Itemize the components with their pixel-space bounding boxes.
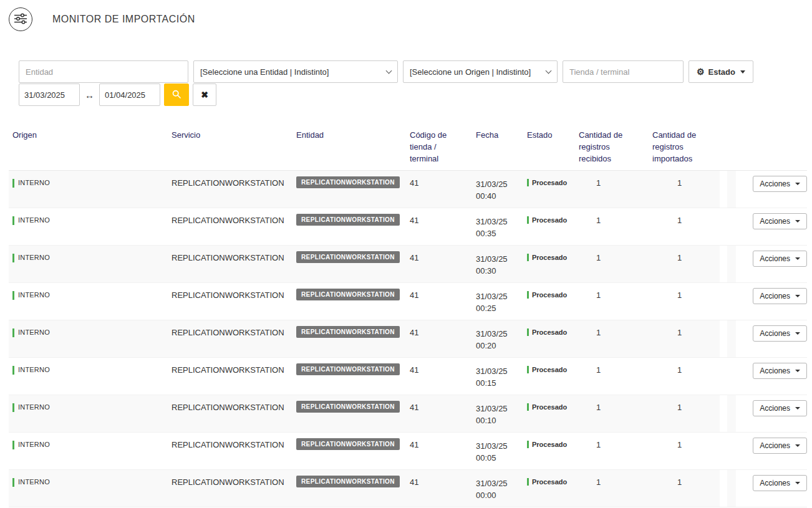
entidad-badge: REPLICATIONWORKSTATION bbox=[296, 476, 400, 487]
origen-value: INTERNO bbox=[18, 441, 50, 448]
acciones-button[interactable]: Acciones bbox=[753, 475, 807, 491]
fecha-date: 31/03/25 bbox=[476, 365, 517, 378]
fecha-time: 00:15 bbox=[476, 377, 517, 390]
acciones-button[interactable]: Acciones bbox=[753, 325, 807, 342]
servicio-value: REPLICATIONWORKSTATION bbox=[168, 470, 292, 507]
acciones-button[interactable]: Acciones bbox=[753, 176, 807, 192]
topbar: MONITOR DE IMPORTACIÓN bbox=[0, 0, 812, 39]
codigo-value: 41 bbox=[406, 358, 472, 395]
servicio-value: REPLICATIONWORKSTATION bbox=[168, 283, 292, 320]
extra-value bbox=[720, 208, 742, 245]
origen-value: INTERNO bbox=[18, 291, 50, 299]
fecha-time: 00:20 bbox=[476, 340, 517, 352]
table-body: INTERNO REPLICATIONWORKSTATION REPLICATI… bbox=[9, 171, 807, 508]
actions-cell: Acciones bbox=[742, 395, 807, 432]
origen-value: INTERNO bbox=[18, 478, 50, 486]
extra-value bbox=[720, 358, 742, 395]
acciones-label: Acciones bbox=[760, 254, 790, 263]
actions-cell: Acciones bbox=[742, 246, 807, 282]
estado-cell: Procesado bbox=[523, 470, 575, 507]
fecha-cell: 31/03/25 00:35 bbox=[472, 208, 523, 245]
entidad-cell: REPLICATIONWORKSTATION bbox=[292, 320, 406, 357]
extra-value bbox=[720, 320, 742, 357]
importados-value: 1 bbox=[649, 283, 720, 320]
date-to-input[interactable] bbox=[99, 84, 160, 106]
clear-filters-button[interactable]: ✖ bbox=[193, 84, 216, 106]
entidad-cell: REPLICATIONWORKSTATION bbox=[292, 433, 406, 469]
estado-status-bar bbox=[527, 291, 529, 299]
acciones-label: Acciones bbox=[760, 292, 790, 300]
acciones-button[interactable]: Acciones bbox=[753, 251, 807, 267]
acciones-button[interactable]: Acciones bbox=[753, 363, 807, 379]
table-row: INTERNO REPLICATIONWORKSTATION REPLICATI… bbox=[9, 470, 807, 507]
servicio-value: REPLICATIONWORKSTATION bbox=[168, 246, 292, 282]
entidad-select[interactable]: [Seleccione una Entidad | Indistinto] bbox=[193, 60, 398, 83]
origen-status-bar bbox=[12, 366, 14, 375]
estado-filter-button[interactable]: ⚙ Estado bbox=[689, 60, 753, 83]
acciones-button[interactable]: Acciones bbox=[753, 288, 807, 304]
fecha-date: 31/03/25 bbox=[476, 290, 517, 303]
estado-status-bar bbox=[527, 328, 529, 336]
table-row: INTERNO REPLICATIONWORKSTATION REPLICATI… bbox=[9, 395, 807, 433]
col-header-codigo: Código de tienda / terminal bbox=[406, 125, 472, 170]
caret-down-icon bbox=[795, 183, 800, 185]
entidad-badge: REPLICATIONWORKSTATION bbox=[296, 438, 400, 450]
caret-down-icon bbox=[795, 482, 800, 484]
acciones-button[interactable]: Acciones bbox=[753, 438, 807, 454]
estado-cell: Procesado bbox=[523, 433, 575, 469]
origen-cell: INTERNO bbox=[9, 246, 168, 282]
actions-cell: Acciones bbox=[742, 320, 807, 357]
acciones-label: Acciones bbox=[760, 217, 790, 226]
entidad-badge: REPLICATIONWORKSTATION bbox=[296, 176, 400, 188]
tienda-terminal-input[interactable] bbox=[563, 60, 684, 83]
fecha-time: 00:10 bbox=[476, 415, 517, 427]
acciones-button[interactable]: Acciones bbox=[753, 400, 807, 416]
col-header-fecha: Fecha bbox=[472, 125, 523, 170]
codigo-value: 41 bbox=[406, 470, 472, 507]
estado-cell: Procesado bbox=[523, 320, 575, 357]
extra-value bbox=[720, 171, 742, 208]
acciones-label: Acciones bbox=[760, 367, 790, 375]
fecha-date: 31/03/25 bbox=[476, 178, 517, 191]
acciones-button[interactable]: Acciones bbox=[753, 213, 807, 229]
origen-cell: INTERNO bbox=[9, 171, 168, 208]
origen-cell: INTERNO bbox=[9, 283, 168, 320]
origen-value: INTERNO bbox=[18, 216, 50, 224]
recibidos-value: 1 bbox=[575, 171, 649, 208]
caret-down-icon bbox=[795, 257, 800, 260]
origen-status-bar bbox=[12, 179, 14, 188]
recibidos-value: 1 bbox=[575, 208, 649, 245]
estado-cell: Procesado bbox=[523, 395, 575, 432]
table-row: INTERNO REPLICATIONWORKSTATION REPLICATI… bbox=[9, 171, 807, 208]
codigo-value: 41 bbox=[406, 320, 472, 357]
recibidos-value: 1 bbox=[575, 358, 649, 395]
servicio-value: REPLICATIONWORKSTATION bbox=[168, 208, 292, 245]
codigo-value: 41 bbox=[406, 433, 472, 469]
estado-cell: Procesado bbox=[523, 171, 575, 208]
table-row: INTERNO REPLICATIONWORKSTATION REPLICATI… bbox=[9, 358, 807, 395]
date-from-input[interactable] bbox=[19, 84, 80, 106]
fecha-cell: 31/03/25 00:40 bbox=[472, 171, 523, 208]
entidad-badge: REPLICATIONWORKSTATION bbox=[296, 214, 400, 226]
search-button[interactable] bbox=[164, 84, 189, 106]
gear-icon: ⚙ bbox=[697, 67, 705, 76]
fecha-date: 31/03/25 bbox=[476, 477, 517, 490]
origen-status-bar bbox=[12, 291, 14, 300]
origen-select[interactable]: [Seleccione un Origen | Indistinto] bbox=[403, 60, 558, 83]
caret-down-icon bbox=[795, 295, 800, 297]
acciones-label: Acciones bbox=[760, 329, 790, 338]
importados-value: 1 bbox=[649, 470, 720, 507]
actions-cell: Acciones bbox=[742, 433, 807, 469]
recibidos-value: 1 bbox=[575, 320, 649, 357]
importados-value: 1 bbox=[649, 171, 720, 208]
fecha-date: 31/03/25 bbox=[476, 253, 517, 266]
origen-value: INTERNO bbox=[18, 366, 50, 373]
fecha-cell: 31/03/25 00:00 bbox=[472, 470, 523, 507]
actions-cell: Acciones bbox=[742, 470, 807, 507]
estado-status-bar bbox=[527, 403, 529, 411]
col-header-origen: Origen bbox=[9, 125, 168, 170]
codigo-value: 41 bbox=[406, 246, 472, 282]
filter-menu-button[interactable] bbox=[9, 7, 32, 31]
entidad-input[interactable] bbox=[19, 60, 188, 83]
acciones-label: Acciones bbox=[760, 404, 790, 413]
